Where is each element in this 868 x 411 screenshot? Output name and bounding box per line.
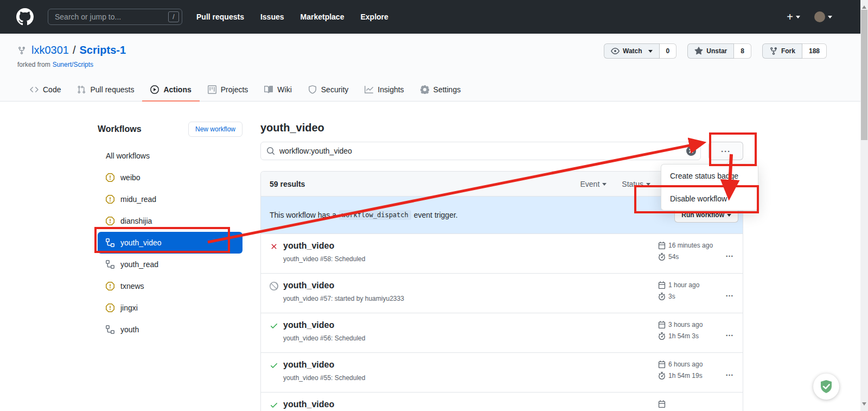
sidebar-item-dianshijia[interactable]: dianshijia — [98, 210, 242, 232]
tab-security[interactable]: Security — [300, 78, 357, 102]
gear-icon — [420, 85, 429, 94]
fork-button[interactable]: Fork — [762, 43, 802, 59]
run-row: youth_video … — [261, 392, 743, 411]
run-subtitle: youth_video #58: Scheduled — [283, 255, 658, 263]
tab-settings[interactable]: Settings — [412, 78, 469, 102]
scrollbar-thumb[interactable] — [861, 10, 867, 140]
workflow-filter-search — [260, 142, 701, 160]
run-options-button[interactable]: … — [712, 368, 734, 377]
alert-stop-icon — [106, 217, 114, 225]
tab-projects[interactable]: Projects — [200, 78, 257, 102]
run-title-link[interactable]: youth_video — [283, 320, 334, 330]
run-info: youth_video youth_video #55: Scheduled — [283, 360, 658, 382]
watch-count[interactable]: 0 — [660, 43, 677, 59]
repo-header: lxk0301 / Scripts-1 forked fromSunert/Sc… — [0, 34, 868, 102]
forked-from-link[interactable]: Sunert/Scripts — [53, 61, 93, 68]
caret-down-icon — [602, 183, 607, 186]
fork-label: Fork — [781, 47, 795, 55]
menu-item-disable-workflow[interactable]: Disable workflow — [661, 187, 758, 210]
banner-text: This workflow has a — [270, 211, 336, 219]
run-subtitle: youth_video #57: started by huamiyu2333 — [283, 295, 658, 302]
header-nav: Pull requests Issues Marketplace Explore — [196, 12, 388, 21]
forked-from-text: forked from — [17, 61, 50, 68]
run-subtitle: youth_video #56: Scheduled — [283, 334, 658, 342]
run-info: youth_video youth_video #57: started by … — [283, 281, 658, 302]
caret-down-icon — [727, 214, 731, 217]
github-logo-icon[interactable] — [16, 8, 34, 26]
run-info: youth_video — [283, 400, 658, 411]
repo-tabs: Code Pull requests Actions Projects Wiki… — [22, 78, 469, 102]
avatar — [814, 11, 825, 22]
watch-label: Watch — [623, 47, 642, 55]
run-time: 3 hours ago — [668, 321, 703, 328]
status-filter[interactable]: Status — [622, 180, 650, 188]
nav-marketplace[interactable]: Marketplace — [301, 12, 344, 21]
sidebar-item-all-workflows[interactable]: All workflows — [98, 145, 242, 167]
new-workflow-button[interactable]: New workflow — [188, 122, 242, 137]
unstar-button[interactable]: Unstar — [687, 43, 734, 59]
create-new-menu[interactable]: + — [787, 11, 800, 22]
repo-owner-link[interactable]: lxk0301 — [31, 44, 69, 56]
sidebar-item-youth-video[interactable]: youth_video — [98, 232, 242, 254]
fork-count[interactable]: 188 — [802, 43, 827, 59]
tab-code[interactable]: Code — [22, 78, 69, 102]
sidebar-item-jingxi[interactable]: jingxi — [98, 297, 242, 319]
scrollbar-up-arrow[interactable] — [862, 3, 866, 9]
repo-separator: / — [73, 44, 76, 56]
caret-down-icon — [648, 50, 653, 53]
tab-pull-requests[interactable]: Pull requests — [69, 78, 142, 102]
sidebar-item-label: All workflows — [106, 151, 150, 160]
tab-wiki[interactable]: Wiki — [256, 78, 299, 102]
scrollbar-down-arrow[interactable] — [862, 402, 866, 408]
repo-social-buttons: Watch 0 Unstar 8 Fork 188 — [604, 43, 827, 59]
repo-name-link[interactable]: Scripts-1 — [80, 44, 126, 56]
sidebar-item-youth-read[interactable]: youth_read — [98, 254, 242, 275]
github-actions-page: / Pull requests Issues Marketplace Explo… — [0, 0, 868, 411]
watch-button[interactable]: Watch — [604, 43, 660, 59]
run-title-link[interactable]: youth_video — [283, 281, 334, 290]
tab-actions[interactable]: Actions — [142, 78, 199, 102]
sidebar-item-txnews[interactable]: txnews — [98, 275, 242, 297]
sidebar-item-weibo[interactable]: weibo — [98, 167, 242, 188]
sidebar-item-label: jingxi — [120, 303, 138, 312]
run-title-link[interactable]: youth_video — [283, 360, 334, 369]
sidebar-item-midu-read[interactable]: midu_read — [98, 188, 242, 210]
alert-stop-icon — [106, 282, 114, 290]
header-right: + — [787, 11, 832, 22]
workflow-icon — [106, 238, 114, 247]
sidebar-item-youth[interactable]: youth — [98, 319, 242, 340]
run-info: youth_video youth_video #58: Scheduled — [283, 241, 658, 263]
nav-explore[interactable]: Explore — [360, 12, 388, 21]
adguard-extension-button[interactable] — [813, 374, 839, 400]
run-options-button[interactable]: … — [712, 289, 734, 298]
caret-down-icon — [796, 16, 800, 18]
project-icon — [208, 85, 216, 94]
workflows-sidebar: Workflows New workflow All workflows wei… — [98, 122, 242, 340]
run-filters: Event Status — [580, 180, 650, 188]
tab-label: Wiki — [277, 85, 291, 94]
star-count[interactable]: 8 — [734, 43, 751, 59]
play-circle-icon — [150, 85, 159, 94]
status-success-icon — [270, 361, 278, 370]
run-options-button[interactable]: … — [712, 328, 734, 338]
run-title-link[interactable]: youth_video — [283, 241, 334, 250]
menu-item-create-status-badge[interactable]: Create status badge — [661, 165, 758, 187]
sidebar-item-label: youth — [120, 325, 139, 334]
workflow-search-input[interactable] — [279, 147, 686, 155]
run-options-button[interactable]: … — [712, 249, 734, 258]
forked-from: forked fromSunert/Scripts — [17, 61, 93, 68]
stopwatch-icon — [658, 332, 666, 340]
event-filter[interactable]: Event — [580, 180, 607, 188]
run-options-button[interactable]: … — [712, 408, 734, 411]
run-time: 16 minutes ago — [668, 242, 713, 249]
user-menu[interactable] — [814, 11, 832, 22]
nav-issues[interactable]: Issues — [260, 12, 284, 21]
run-title-link[interactable]: youth_video — [283, 400, 334, 409]
tab-insights[interactable]: Insights — [356, 78, 412, 102]
global-search-input[interactable] — [55, 12, 168, 21]
nav-pull-requests[interactable]: Pull requests — [196, 12, 244, 21]
global-search: / — [48, 9, 182, 25]
clear-search-button[interactable] — [686, 146, 696, 156]
tab-label: Pull requests — [90, 85, 134, 94]
caret-down-icon — [646, 183, 650, 186]
